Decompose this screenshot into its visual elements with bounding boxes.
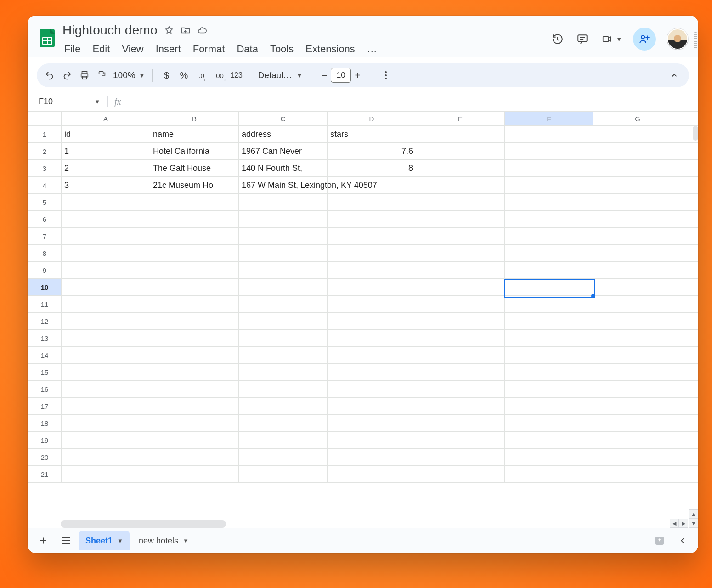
grid-cell[interactable] [62, 279, 150, 296]
grid-cell[interactable] [505, 330, 593, 347]
grid-cell[interactable] [593, 160, 682, 177]
grid-cell[interactable] [62, 228, 150, 245]
grid-cell[interactable] [62, 449, 150, 466]
grid-cell[interactable] [62, 262, 150, 279]
grid-cell[interactable] [593, 398, 682, 415]
zoom-select[interactable]: 100%▼ [113, 70, 145, 80]
grid-cell[interactable] [150, 432, 239, 449]
grid-cell[interactable] [328, 330, 416, 347]
grid-cell[interactable] [593, 143, 682, 160]
grid-cell[interactable] [505, 381, 593, 398]
grid-cell[interactable] [505, 432, 593, 449]
row-header[interactable]: 10 [28, 279, 62, 296]
grid-cell[interactable] [416, 262, 505, 279]
grid-cell[interactable] [239, 296, 328, 313]
horizontal-scrollbar[interactable] [61, 520, 226, 528]
grid-cell[interactable] [593, 126, 682, 143]
grid-cell[interactable] [150, 194, 239, 211]
grid-cell[interactable]: 167 W Main St, Lexington, KY 40507 [239, 177, 328, 194]
grid-cell[interactable] [682, 228, 699, 245]
grid-cell[interactable] [328, 313, 416, 330]
grid-cell[interactable] [416, 211, 505, 228]
grid-cell[interactable] [62, 398, 150, 415]
row-header[interactable]: 4 [28, 177, 62, 194]
scroll-up-button[interactable]: ▲ [689, 509, 698, 519]
print-button[interactable] [78, 68, 91, 83]
menu-data[interactable]: Data [235, 41, 260, 57]
grid-cell[interactable] [416, 449, 505, 466]
move-folder-icon[interactable] [181, 25, 191, 35]
menu-insert[interactable]: Insert [154, 41, 183, 57]
redo-button[interactable] [61, 68, 73, 83]
menu-extensions[interactable]: Extensions [304, 41, 357, 57]
grid-cell[interactable] [505, 279, 593, 296]
grid-cell[interactable] [150, 245, 239, 262]
grid-cell[interactable] [505, 228, 593, 245]
grid-cell[interactable] [682, 211, 699, 228]
grid-cell[interactable] [328, 364, 416, 381]
meet-button[interactable]: ▼ [600, 34, 622, 44]
grid-cell[interactable] [62, 245, 150, 262]
menu-edit[interactable]: Edit [90, 41, 112, 57]
grid-cell[interactable] [62, 330, 150, 347]
grid-cell[interactable] [416, 398, 505, 415]
menu-file[interactable]: File [62, 41, 82, 57]
grid-cell[interactable] [593, 415, 682, 432]
vertical-scrollbar[interactable] [693, 126, 698, 141]
grid-cell[interactable] [505, 143, 593, 160]
percent-button[interactable]: % [177, 68, 190, 83]
grid-cell[interactable] [593, 330, 682, 347]
grid-cell[interactable] [593, 432, 682, 449]
grid-cell[interactable] [328, 449, 416, 466]
row-header[interactable]: 12 [28, 313, 62, 330]
row-header[interactable]: 1 [28, 126, 62, 143]
star-icon[interactable] [164, 25, 174, 35]
grid-cell[interactable]: 1 [62, 143, 150, 160]
grid-cell[interactable] [505, 296, 593, 313]
select-all-cell[interactable] [28, 112, 62, 126]
grid-cell[interactable] [682, 398, 699, 415]
grid-cell[interactable] [416, 466, 505, 483]
grid-cell[interactable] [505, 211, 593, 228]
paint-format-button[interactable] [96, 68, 108, 83]
grid-cell[interactable] [239, 398, 328, 415]
grid-cell[interactable] [593, 296, 682, 313]
formula-input[interactable] [121, 92, 698, 111]
grid-cell[interactable] [150, 262, 239, 279]
grid-cell[interactable] [593, 177, 682, 194]
grid-cell[interactable] [328, 347, 416, 364]
grid-cell[interactable] [239, 228, 328, 245]
grid-cell[interactable] [593, 313, 682, 330]
grid-cell[interactable] [239, 432, 328, 449]
comment-icon[interactable] [576, 32, 589, 46]
sheet-tab[interactable]: new hotels ▼ [132, 531, 195, 550]
grid-cell[interactable] [416, 245, 505, 262]
grid-cell[interactable] [682, 279, 699, 296]
menu-view[interactable]: View [120, 41, 145, 57]
row-header[interactable]: 8 [28, 245, 62, 262]
grid-cell[interactable] [505, 160, 593, 177]
grid-cell[interactable]: 140 N Fourth St, [239, 160, 328, 177]
grid-cell[interactable] [328, 262, 416, 279]
grid-cell[interactable] [682, 262, 699, 279]
row-header[interactable]: 15 [28, 364, 62, 381]
grid-cell[interactable]: name [150, 126, 239, 143]
spreadsheet-grid[interactable]: ABCDEFG1idnameaddressstars21Hotel Califo… [28, 111, 698, 528]
column-header[interactable]: F [505, 112, 593, 126]
grid-cell[interactable]: address [239, 126, 328, 143]
grid-cell[interactable] [150, 347, 239, 364]
more-formats-button[interactable]: 123 [230, 68, 243, 83]
grid-cell[interactable] [239, 415, 328, 432]
row-header[interactable]: 13 [28, 330, 62, 347]
grid-cell[interactable] [328, 279, 416, 296]
grid-cell[interactable]: id [62, 126, 150, 143]
grid-cell[interactable] [62, 194, 150, 211]
side-panel-toggle[interactable] [672, 531, 693, 551]
column-header[interactable]: G [593, 112, 682, 126]
account-avatar[interactable] [667, 28, 688, 50]
row-header[interactable]: 19 [28, 432, 62, 449]
grid-cell[interactable] [593, 262, 682, 279]
grid-cell[interactable] [682, 296, 699, 313]
row-header[interactable]: 17 [28, 398, 62, 415]
column-header[interactable]: D [328, 112, 416, 126]
